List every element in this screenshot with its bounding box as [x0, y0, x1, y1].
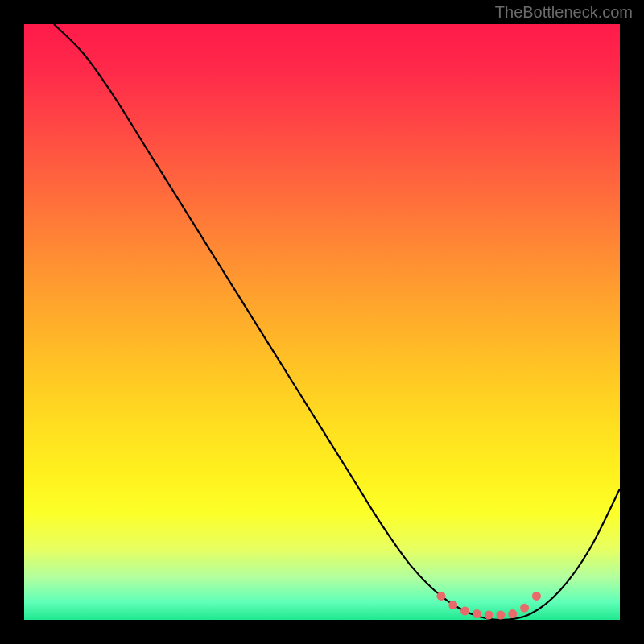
optimal-marker [448, 601, 457, 609]
optimal-marker [437, 592, 446, 601]
optimal-marker [520, 604, 529, 613]
optimal-marker [460, 606, 469, 615]
optimal-marker [485, 611, 493, 620]
optimal-marker [532, 592, 541, 601]
bottleneck-curve-svg [24, 24, 620, 620]
bottleneck-curve-line [54, 24, 620, 620]
optimal-marker [497, 611, 506, 620]
attribution-text: TheBottleneck.com [495, 3, 633, 22]
optimal-marker [508, 609, 517, 618]
optimal-marker [473, 609, 481, 618]
chart-plot-area [24, 24, 620, 620]
